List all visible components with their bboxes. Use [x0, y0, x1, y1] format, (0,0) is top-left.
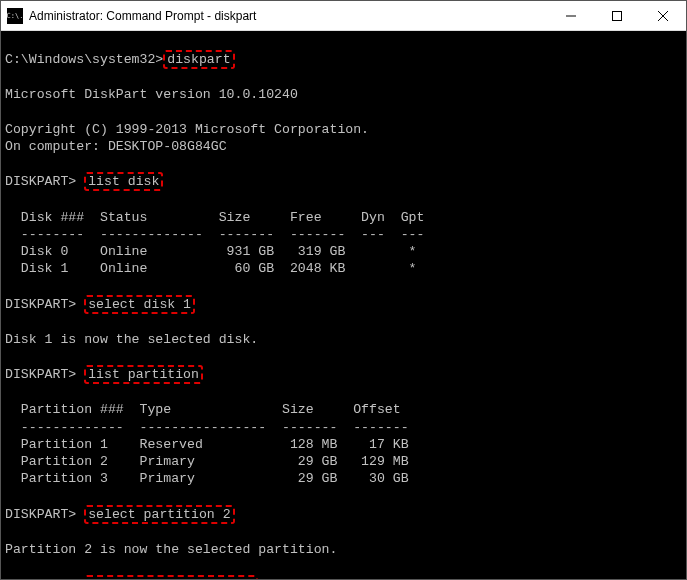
highlight-select-partition: select partition 2 [84, 505, 234, 524]
close-icon [658, 11, 668, 21]
table-row: Partition 3 Primary 29 GB 30 GB [5, 471, 409, 486]
highlight-format: format fs=fat32 quick [84, 575, 258, 579]
copyright-line: Copyright (C) 1999-2013 Microsoft Corpor… [5, 122, 369, 137]
cmd-format: format fs=fat32 quick [88, 577, 254, 579]
computer-line: On computer: DESKTOP-08G84GC [5, 139, 227, 154]
highlight-list-disk: list disk [84, 172, 163, 191]
cmd-diskpart: diskpart [167, 52, 230, 67]
partition-table-header: Partition ### Type Size Offset [5, 402, 401, 417]
selected-disk-msg: Disk 1 is now the selected disk. [5, 332, 258, 347]
close-button[interactable] [640, 1, 686, 31]
window-title: Administrator: Command Prompt - diskpart [29, 9, 256, 23]
prompt-path: C:\Windows\system32> [5, 52, 163, 67]
disk-table-divider: -------- ------------- ------- ------- -… [5, 227, 424, 242]
version-line: Microsoft DiskPart version 10.0.10240 [5, 87, 298, 102]
table-row: Partition 2 Primary 29 GB 129 MB [5, 454, 409, 469]
title-bar[interactable]: C:\. Administrator: Command Prompt - dis… [1, 1, 686, 31]
table-row: Disk 1 Online 60 GB 2048 KB * [5, 261, 417, 276]
diskpart-prompt: DISKPART> [5, 297, 76, 312]
terminal-output[interactable]: C:\Windows\system32>diskpart Microsoft D… [1, 31, 686, 579]
diskpart-prompt: DISKPART> [5, 174, 76, 189]
diskpart-prompt: DISKPART> [5, 577, 76, 579]
partition-table-divider: ------------- ---------------- ------- -… [5, 420, 409, 435]
svg-rect-1 [613, 11, 622, 20]
disk-table-header: Disk ### Status Size Free Dyn Gpt [5, 210, 424, 225]
cmd-select-partition: select partition 2 [88, 507, 230, 522]
highlight-diskpart: diskpart [163, 50, 234, 69]
diskpart-prompt: DISKPART> [5, 507, 76, 522]
table-row: Partition 1 Reserved 128 MB 17 KB [5, 437, 409, 452]
cmd-list-disk: list disk [88, 174, 159, 189]
cmd-icon: C:\. [7, 8, 23, 24]
selected-partition-msg: Partition 2 is now the selected partitio… [5, 542, 337, 557]
minimize-icon [566, 11, 576, 21]
cmd-list-partition: list partition [88, 367, 199, 382]
maximize-button[interactable] [594, 1, 640, 31]
highlight-select-disk: select disk 1 [84, 295, 195, 314]
highlight-list-partition: list partition [84, 365, 203, 384]
maximize-icon [612, 11, 622, 21]
table-row: Disk 0 Online 931 GB 319 GB * [5, 244, 417, 259]
minimize-button[interactable] [548, 1, 594, 31]
cmd-select-disk: select disk 1 [88, 297, 191, 312]
diskpart-prompt: DISKPART> [5, 367, 76, 382]
